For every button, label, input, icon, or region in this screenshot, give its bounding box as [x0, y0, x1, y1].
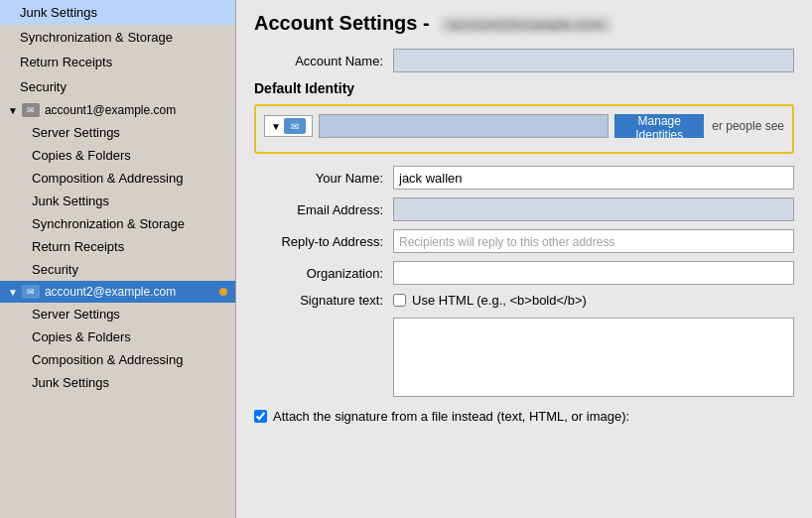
use-html-label: Use HTML (e.g., <b>bold</b>) [412, 293, 587, 308]
title-account-blurred: account@example.com [441, 17, 611, 33]
sidebar-item-composition2[interactable]: Composition & Addressing [0, 348, 235, 371]
mail-identity-icon: ✉ [284, 118, 306, 134]
default-identity-title: Default Identity [254, 80, 794, 96]
account-name-label: Account Name: [254, 54, 393, 68]
sidebar-item-security1[interactable]: Security [0, 258, 235, 281]
reply-to-row: Reply-to Address: [254, 229, 794, 253]
sidebar-item-junk1[interactable]: Junk Settings [0, 190, 235, 212]
email-row: Email Address: [254, 197, 794, 221]
sidebar-item-sync-top[interactable]: Synchronization & Storage [0, 25, 235, 50]
organization-label: Organization: [254, 266, 393, 281]
sidebar-item-security-top[interactable]: Security [0, 74, 235, 99]
attach-signature-checkbox[interactable] [254, 410, 267, 423]
use-html-checkbox[interactable] [393, 294, 406, 307]
chevron-down-icon: ▼ [8, 105, 18, 116]
sidebar-item-sync1[interactable]: Synchronization & Storage [0, 212, 235, 235]
account1-label: account1@example.com [45, 103, 227, 117]
main-content: Account Settings - account@example.com A… [236, 0, 812, 518]
sidebar-item-server1[interactable]: Server Settings [0, 121, 235, 144]
sidebar-item-junk2[interactable]: Junk Settings [0, 371, 235, 394]
sidebar-item-copies1[interactable]: Copies & Folders [0, 144, 235, 167]
account2-label: account2@example.com [45, 285, 216, 299]
signature-text-row: Signature text: Use HTML (e.g., <b>bold<… [254, 293, 794, 308]
email-input[interactable] [393, 197, 794, 221]
identity-selector-row: ▼ ✉ Manage Identities er people see [264, 114, 784, 138]
sidebar-account2-row[interactable]: ▼ ✉ account2@example.com [0, 281, 235, 303]
your-name-label: Your Name: [254, 171, 393, 186]
mail-icon-account1: ✉ [22, 103, 40, 117]
account-name-row: Account Name: [254, 49, 794, 72]
identity-dropdown-button[interactable]: ▼ ✉ [264, 115, 313, 137]
attach-signature-label: Attach the signature from a file instead… [273, 409, 629, 424]
sidebar-item-return-top[interactable]: Return Receipts [0, 50, 235, 74]
account-name-input[interactable] [393, 49, 794, 72]
chevron-identity-icon: ▼ [271, 121, 281, 132]
sidebar-item-junk-top[interactable]: Junk Settings [0, 0, 235, 25]
mail-icon-account2: ✉ [22, 285, 40, 299]
signature-area-spacer [254, 316, 393, 405]
sidebar-item-copies2[interactable]: Copies & Folders [0, 325, 235, 348]
attach-signature-row: Attach the signature from a file instead… [254, 409, 794, 424]
signature-html-row: Use HTML (e.g., <b>bold</b>) [393, 293, 794, 308]
page-title: Account Settings - account@example.com [254, 12, 794, 35]
default-identity-box: ▼ ✉ Manage Identities er people see [254, 104, 794, 154]
sidebar-account1-row[interactable]: ▼ ✉ account1@example.com [0, 99, 235, 121]
sidebar-item-server2[interactable]: Server Settings [0, 303, 235, 325]
manage-identities-button[interactable]: Manage Identities [614, 114, 704, 138]
signature-area-row [254, 316, 794, 405]
signature-text-label: Signature text: [254, 293, 393, 308]
notification-dot [219, 288, 227, 296]
signature-textarea[interactable] [393, 318, 794, 397]
your-name-input[interactable] [393, 166, 794, 190]
identity-desc-text: er people see [712, 119, 784, 133]
reply-to-label: Reply-to Address: [254, 234, 393, 249]
chevron-down-icon2: ▼ [8, 287, 18, 298]
sidebar-item-composition1[interactable]: Composition & Addressing [0, 167, 235, 190]
organization-input[interactable] [393, 261, 794, 285]
organization-row: Organization: [254, 261, 794, 285]
reply-to-input[interactable] [393, 229, 794, 253]
your-name-row: Your Name: [254, 166, 794, 190]
sidebar-item-return1[interactable]: Return Receipts [0, 235, 235, 258]
sidebar: Junk Settings Synchronization & Storage … [0, 0, 236, 518]
email-label: Email Address: [254, 202, 393, 217]
identity-name-input[interactable] [319, 114, 609, 138]
